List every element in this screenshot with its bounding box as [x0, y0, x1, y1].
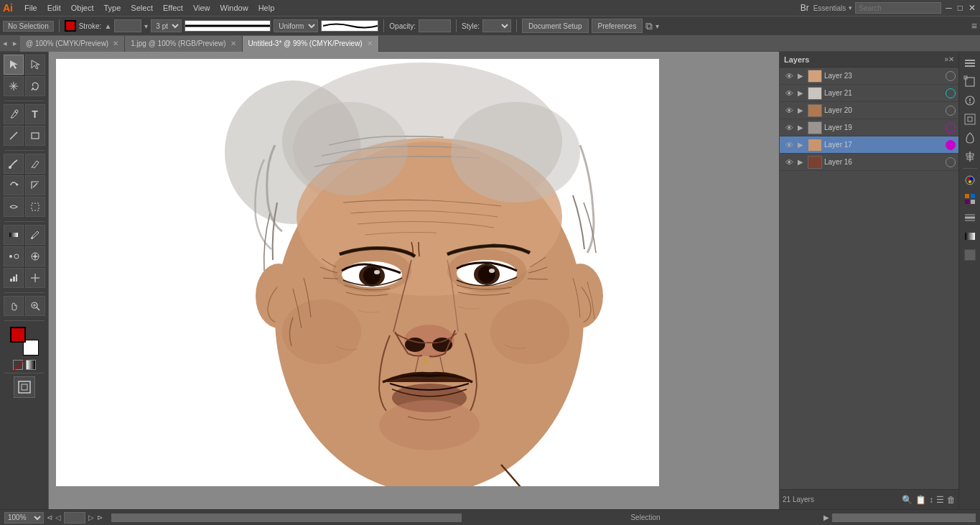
layers-panel-button[interactable]: [961, 55, 979, 72]
layer-expand-icon[interactable]: ▶: [795, 106, 806, 114]
type-tool-button[interactable]: T: [25, 104, 45, 124]
transform-button[interactable]: [961, 111, 979, 128]
layer-row[interactable]: 👁 ▶ Layer 16: [780, 154, 958, 171]
symbol-sprayer-button[interactable]: [25, 246, 45, 266]
bridge-button[interactable]: Br: [799, 1, 811, 14]
layer-expand-icon[interactable]: ▶: [795, 158, 806, 166]
layer-visibility-icon[interactable]: 👁: [783, 89, 795, 98]
gradient-color-icon[interactable]: [26, 360, 36, 370]
pencil-tool-button[interactable]: [25, 154, 45, 174]
tab-2-close[interactable]: ✕: [367, 40, 373, 47]
foreground-color-swatch[interactable]: [10, 327, 26, 343]
zoom-tool-button[interactable]: [25, 296, 45, 316]
properties-button[interactable]: [961, 92, 979, 109]
layer-visibility-icon[interactable]: 👁: [783, 124, 795, 132]
stroke-color-swatch[interactable]: [65, 20, 76, 32]
tab-1[interactable]: 1.jpg @ 100% (RGB/Preview) ✕: [125, 36, 242, 52]
menu-view[interactable]: View: [189, 2, 215, 14]
arrange-icon[interactable]: ⧉: [645, 20, 653, 32]
artwork-canvas[interactable]: [56, 59, 659, 486]
arrange-dropdown-icon[interactable]: ▾: [655, 22, 659, 30]
brush-tool-button[interactable]: [4, 154, 24, 174]
menu-effect[interactable]: Effect: [159, 2, 187, 14]
tab-0[interactable]: @ 100% (CMYK/Preview) ✕: [20, 36, 125, 52]
essentials-dropdown-icon[interactable]: ▾: [849, 4, 852, 11]
panel-expand-icon[interactable]: ≡: [971, 20, 977, 32]
tab-1-close[interactable]: ✕: [230, 40, 236, 47]
scale-tool-button[interactable]: [25, 175, 45, 195]
rotate-tool-button[interactable]: [4, 175, 24, 195]
artboards-button[interactable]: [961, 73, 979, 90]
tab-scroll-left[interactable]: ◂: [0, 39, 10, 48]
menu-object[interactable]: Object: [67, 2, 98, 14]
preferences-button[interactable]: Preferences: [592, 19, 643, 33]
transparency-button[interactable]: [961, 246, 979, 264]
layer-row[interactable]: 👁 ▶ Layer 17: [780, 136, 958, 154]
layer-expand-icon[interactable]: ▶: [795, 141, 806, 149]
graph-tool-button[interactable]: [4, 268, 24, 288]
pen-tool-button[interactable]: [4, 104, 24, 124]
zoom-select[interactable]: 100% 50% 200%: [4, 512, 44, 524]
line-tool-button[interactable]: [4, 126, 24, 146]
layer-row[interactable]: 👁 ▶ Layer 21: [780, 85, 958, 102]
tab-2[interactable]: Untitled-3* @ 99% (CMYK/Preview) ✕: [243, 36, 379, 52]
lasso-tool-button[interactable]: [25, 76, 45, 96]
layer-visibility-icon[interactable]: 👁: [783, 158, 795, 167]
page-next-button[interactable]: ▷: [88, 514, 94, 521]
layer-row[interactable]: 👁 ▶ Layer 20: [780, 102, 958, 119]
layer-expand-icon[interactable]: ▶: [795, 124, 806, 131]
layer-visibility-icon[interactable]: 👁: [783, 72, 795, 80]
stroke-up-icon[interactable]: ▲: [104, 22, 111, 30]
layer-visibility-icon[interactable]: 👁: [783, 106, 795, 115]
tab-scroll-right[interactable]: ▸: [10, 39, 20, 48]
warp-tool-button[interactable]: [4, 197, 24, 217]
minimize-button[interactable]: ─: [944, 1, 953, 14]
blend-tool-button[interactable]: [4, 246, 24, 266]
menu-type[interactable]: Type: [100, 2, 126, 14]
layer-visibility-icon[interactable]: 👁: [783, 141, 795, 149]
appearance-button[interactable]: [961, 129, 979, 147]
stroke-down-icon[interactable]: ▾: [144, 22, 148, 30]
layer-delete-button[interactable]: 🗑: [947, 495, 956, 505]
layer-search-button[interactable]: 🔍: [902, 495, 913, 505]
menu-window[interactable]: Window: [216, 2, 253, 14]
page-first-button[interactable]: ⊲: [47, 514, 52, 521]
layer-expand-icon[interactable]: ▶: [795, 89, 806, 97]
document-setup-button[interactable]: Document Setup: [522, 19, 589, 33]
hand-tool-button[interactable]: [4, 296, 24, 316]
close-button[interactable]: ✕: [967, 1, 977, 14]
layer-options-button[interactable]: ☰: [936, 495, 944, 505]
layer-expand-icon[interactable]: ▶: [795, 72, 806, 80]
align-button[interactable]: [961, 148, 979, 165]
stroke-size-select[interactable]: 3 pt: [151, 19, 182, 32]
tab-0-close[interactable]: ✕: [113, 40, 118, 47]
canvas-scrollbar-horizontal[interactable]: [832, 514, 976, 522]
maximize-button[interactable]: □: [956, 1, 964, 14]
rectangle-tool-button[interactable]: [25, 126, 45, 146]
slice-tool-button[interactable]: [25, 268, 45, 288]
search-input[interactable]: [855, 2, 941, 14]
page-prev-button[interactable]: ◁: [55, 514, 61, 521]
gradient-panel-button[interactable]: [961, 228, 979, 245]
layer-add-button[interactable]: 📋: [915, 495, 926, 505]
style-select[interactable]: [482, 19, 511, 32]
eyedropper-button[interactable]: [25, 225, 45, 245]
opacity-input[interactable]: 100%: [419, 19, 451, 32]
menu-file[interactable]: File: [20, 2, 42, 14]
stroke-value-input[interactable]: 3 pt: [114, 19, 141, 32]
draw-mode-button[interactable]: [14, 376, 35, 398]
page-input[interactable]: 1: [64, 512, 85, 524]
layers-collapse-button[interactable]: ✕: [948, 55, 954, 63]
uniform-select[interactable]: Uniform: [274, 19, 318, 32]
free-transform-button[interactable]: [25, 197, 45, 217]
selection-tool-button[interactable]: [4, 55, 24, 75]
menu-edit[interactable]: Edit: [43, 2, 65, 14]
page-last-button[interactable]: ⊳: [97, 514, 103, 521]
color-button[interactable]: [961, 172, 979, 189]
art-mode-button[interactable]: ▶: [823, 514, 829, 521]
layer-row[interactable]: 👁 ▶ Layer 23: [780, 68, 958, 85]
menu-select[interactable]: Select: [126, 2, 157, 14]
layer-move-button[interactable]: ↕: [929, 495, 933, 505]
layer-row[interactable]: 👁 ▶ Layer 19: [780, 119, 958, 136]
menu-help[interactable]: Help: [254, 2, 279, 14]
